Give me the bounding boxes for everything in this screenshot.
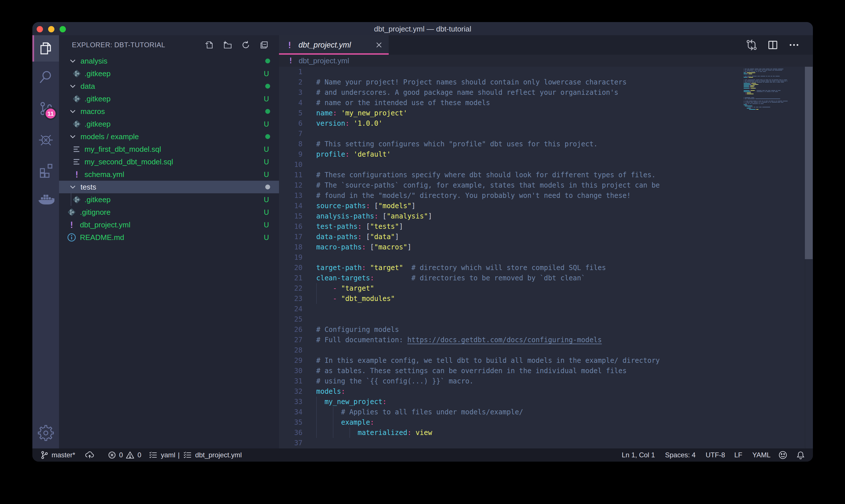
- code-line-18[interactable]: 18macro-paths: ["macros"]: [279, 242, 813, 252]
- new-file-button[interactable]: [204, 40, 214, 50]
- activity-bar-item-debug[interactable]: [32, 126, 59, 152]
- code-line-1[interactable]: 1: [279, 67, 813, 77]
- activity-bar-item-settings[interactable]: [32, 420, 59, 446]
- code-line-7[interactable]: 7: [279, 129, 813, 139]
- status-errors[interactable]: 0: [108, 451, 123, 459]
- code-line-text: # and underscores. A good package name s…: [316, 87, 618, 98]
- code-line-26[interactable]: 26# Configuring models: [279, 324, 813, 335]
- code-line-25[interactable]: 25: [279, 314, 813, 324]
- status-indentation[interactable]: Spaces: 4: [665, 451, 696, 459]
- close-tab-icon[interactable]: [374, 40, 383, 50]
- code-line-20[interactable]: 20target-path: "target" # directory whic…: [279, 263, 813, 273]
- code-line-5[interactable]: 5name: 'my_new_project': [279, 108, 813, 118]
- code-line-35[interactable]: 35 example:: [279, 417, 813, 428]
- tree-file-schema-yml[interactable]: !schema.ymlU: [59, 168, 279, 181]
- code-line-4[interactable]: 4# name or the intended use of these mod…: [279, 98, 813, 108]
- code-line-10[interactable]: 10: [279, 160, 813, 170]
- code-line-37[interactable]: 37: [279, 438, 813, 448]
- title-bar: dbt_project.yml — dbt-tutorial: [32, 22, 813, 35]
- status-eol[interactable]: LF: [734, 451, 742, 459]
- activity-bar-item-extensions[interactable]: [32, 157, 59, 183]
- status-yaml-schema[interactable]: yaml: [149, 450, 175, 460]
- status-notifications[interactable]: [796, 450, 806, 460]
- status-branch[interactable]: master*: [40, 451, 75, 459]
- tab-dbt-project-yml[interactable]: ! dbt_project.yml: [279, 35, 389, 55]
- code-line-29[interactable]: 29# In this example config, we tell dbt …: [279, 355, 813, 366]
- code-line-22[interactable]: 22 - "target": [279, 283, 813, 293]
- breadcrumbs[interactable]: ! dbt_project.yml: [279, 55, 813, 67]
- tree-file-gitkeep[interactable]: .gitkeepU: [59, 67, 279, 80]
- code-line-12[interactable]: 12# The `source-paths` config, for examp…: [279, 180, 813, 191]
- status-feedback[interactable]: [778, 450, 788, 460]
- tree-folder-data[interactable]: data: [59, 80, 279, 92]
- code-line-6[interactable]: 6version: '1.0.0': [279, 118, 813, 129]
- code-line-text: version: '1.0.0': [316, 118, 382, 129]
- code-line-14[interactable]: 14source-paths: ["models"]: [279, 201, 813, 211]
- status-encoding[interactable]: UTF-8: [705, 451, 725, 459]
- tree-file-gitkeep[interactable]: .gitkeepU: [59, 92, 279, 105]
- tree-file-my-first-dbt-model-sql[interactable]: my_first_dbt_model.sqlU: [59, 143, 279, 156]
- code-line-36[interactable]: 36 materialized: view: [279, 428, 813, 438]
- code-line-33[interactable]: 33 my_new_project:: [279, 397, 813, 407]
- status-warnings[interactable]: 0: [125, 450, 141, 460]
- settings-gear-icon: [37, 425, 54, 441]
- line-number: 1: [279, 67, 316, 77]
- tree-item-label: macros: [80, 107, 105, 116]
- tree-file-dbt-project-yml[interactable]: !dbt_project.ymlU: [59, 218, 279, 231]
- code-line-31[interactable]: 31# using the `{{ config(...) }}` macro.: [279, 376, 813, 386]
- refresh-button[interactable]: [240, 40, 251, 50]
- more-actions-icon: [788, 39, 800, 51]
- tree-folder-models-example[interactable]: models / example: [59, 130, 279, 143]
- activity-bar-item-docker[interactable]: [32, 187, 59, 213]
- indent-guide: [316, 417, 317, 428]
- code-line-11[interactable]: 11# These configurations specify where d…: [279, 170, 813, 180]
- git-branch-icon: [40, 451, 49, 459]
- status-language-mode[interactable]: YAML: [752, 451, 771, 459]
- code-line-16[interactable]: 16test-paths: ["tests"]: [279, 221, 813, 232]
- code-line-32[interactable]: 32models:: [279, 386, 813, 397]
- status-cursor-position[interactable]: Ln 1, Col 1: [622, 451, 655, 459]
- code-line-23[interactable]: 23 - "dbt_modules": [279, 293, 813, 304]
- yaml-file-icon: !: [67, 220, 77, 230]
- activity-bar-item-search[interactable]: [32, 64, 59, 90]
- code-line-9[interactable]: 9profile: 'default': [279, 149, 813, 160]
- tree-file-gitkeep[interactable]: .gitkeepU: [59, 118, 279, 130]
- tree-file-my-second-dbt-model-sql[interactable]: my_second_dbt_model.sqlU: [59, 156, 279, 168]
- code-line-17[interactable]: 17data-paths: ["data"]: [279, 232, 813, 242]
- line-number: 33: [279, 397, 316, 407]
- indent-guide: [316, 428, 317, 438]
- more-actions-button[interactable]: [788, 39, 800, 51]
- code-line-28[interactable]: 28: [279, 345, 813, 355]
- vertical-scrollbar-slider[interactable]: [805, 67, 813, 259]
- code-line-30[interactable]: 30# as tables. These settings can be ove…: [279, 366, 813, 376]
- code-line-24[interactable]: 24: [279, 304, 813, 314]
- tree-folder-macros[interactable]: macros: [59, 105, 279, 118]
- tree-file-gitkeep[interactable]: .gitkeepU: [59, 193, 279, 206]
- activity-bar-item-source-control[interactable]: 11: [32, 95, 59, 122]
- tree-file-gitignore[interactable]: .gitignoreU: [59, 206, 279, 218]
- code-editor[interactable]: 12# Name your project! Project names sho…: [279, 67, 813, 448]
- code-line-15[interactable]: 15analysis-paths: ["analysis"]: [279, 211, 813, 221]
- code-line-2[interactable]: 2# Name your project! Project names shou…: [279, 77, 813, 87]
- tree-item-label: README.md: [80, 233, 124, 242]
- activity-bar-item-explorer[interactable]: [32, 35, 59, 61]
- warning-triangle-icon: [125, 450, 134, 460]
- code-line-19[interactable]: 19: [279, 252, 813, 263]
- split-editor-button[interactable]: [767, 39, 778, 51]
- line-number: 28: [279, 345, 316, 355]
- code-line-34[interactable]: 34 # Applies to all files under models/e…: [279, 407, 813, 417]
- code-line-3[interactable]: 3# and underscores. A good package name …: [279, 87, 813, 98]
- open-changes-button[interactable]: [746, 39, 757, 51]
- tree-folder-tests[interactable]: tests: [59, 181, 279, 193]
- status-yaml-file[interactable]: dbt_project.yml: [183, 450, 242, 460]
- code-line-8[interactable]: 8# This setting configures which "profil…: [279, 139, 813, 149]
- code-line-13[interactable]: 13# found in the "models/" directory. Yo…: [279, 191, 813, 201]
- status-sync[interactable]: [85, 450, 98, 460]
- collapse-all-button[interactable]: [259, 40, 269, 50]
- new-folder-button[interactable]: [222, 40, 233, 50]
- tree-file-readme-md[interactable]: README.mdU: [59, 231, 279, 244]
- code-line-27[interactable]: 27# Full documentation: https://docs.get…: [279, 335, 813, 345]
- tree-folder-analysis[interactable]: analysis: [59, 55, 279, 67]
- code-line-21[interactable]: 21clean-targets: # directories to be rem…: [279, 273, 813, 283]
- code-line-text: - "dbt_modules": [316, 293, 395, 304]
